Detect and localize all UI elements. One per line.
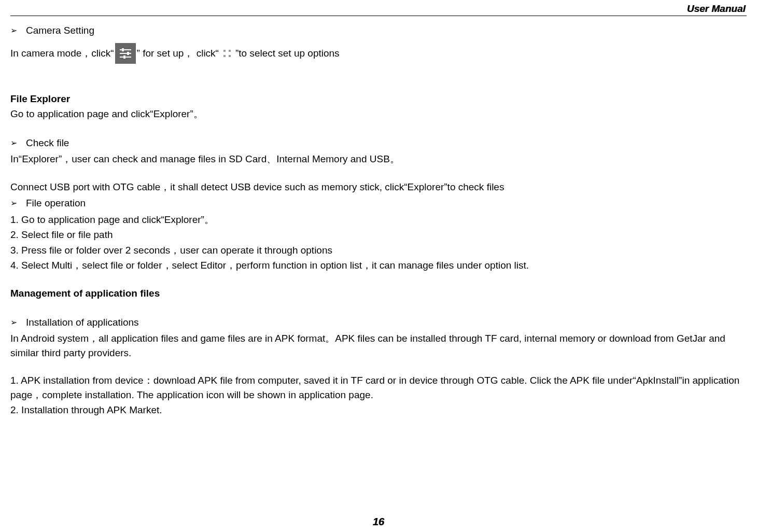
text-line: In Android system，all application files … <box>10 331 747 360</box>
step-line: 2. Installation through APK Market. <box>10 403 747 417</box>
step-line: 1. Go to application page and click“Expl… <box>10 213 747 227</box>
step-line: 3. Press file or folder over 2 seconds，u… <box>10 243 747 258</box>
svg-rect-6 <box>223 50 226 52</box>
page-number: 16 <box>0 516 757 528</box>
chevron-right-icon: ➢ <box>10 315 20 328</box>
text-line: In“Explorer”，user can check and manage f… <box>10 152 747 166</box>
camera-instruction-line: In camera mode，click“ ” for set up， clic… <box>10 43 747 64</box>
bullet-text: Camera Setting <box>26 23 94 38</box>
svg-rect-9 <box>229 55 231 57</box>
text-fragment: In camera mode，click“ <box>10 46 114 61</box>
heading-management: Management of application files <box>10 286 747 301</box>
text-fragment: ”to select set up options <box>235 46 340 61</box>
bullet-text: File operation <box>26 196 86 211</box>
page-content: ➢ Camera Setting In camera mode，click“ ”… <box>10 23 747 417</box>
step-line: 4. Select Multi，select file or folder，se… <box>10 258 747 273</box>
text-fragment: ” for set up， click“ <box>137 46 219 61</box>
header-label: User Manual <box>687 3 746 15</box>
bullet-installation: ➢ Installation of applications <box>10 315 747 330</box>
svg-rect-8 <box>229 50 231 52</box>
svg-rect-7 <box>223 55 226 57</box>
bullet-check-file: ➢ Check file <box>10 136 747 150</box>
text-line: Go to application page and click“Explore… <box>10 107 747 121</box>
bullet-text: Installation of applications <box>26 315 139 330</box>
step-line: 2. Select file or file path <box>10 228 747 242</box>
text-line: Connect USB port with OTG cable，it shall… <box>10 180 747 194</box>
svg-rect-4 <box>127 52 129 55</box>
menu-dots-icon <box>220 46 234 61</box>
heading-file-explorer: File Explorer <box>10 92 747 106</box>
bullet-file-operation: ➢ File operation <box>10 196 747 211</box>
bullet-text: Check file <box>26 136 69 150</box>
chevron-right-icon: ➢ <box>10 196 20 209</box>
step-line: 1. APK installation from device：download… <box>10 373 747 402</box>
svg-rect-5 <box>123 55 125 59</box>
settings-sliders-icon <box>115 43 136 64</box>
bullet-camera-setting: ➢ Camera Setting <box>10 23 747 38</box>
chevron-right-icon: ➢ <box>10 136 20 149</box>
chevron-right-icon: ➢ <box>10 23 20 36</box>
svg-rect-3 <box>122 48 124 51</box>
divider <box>10 16 747 16</box>
